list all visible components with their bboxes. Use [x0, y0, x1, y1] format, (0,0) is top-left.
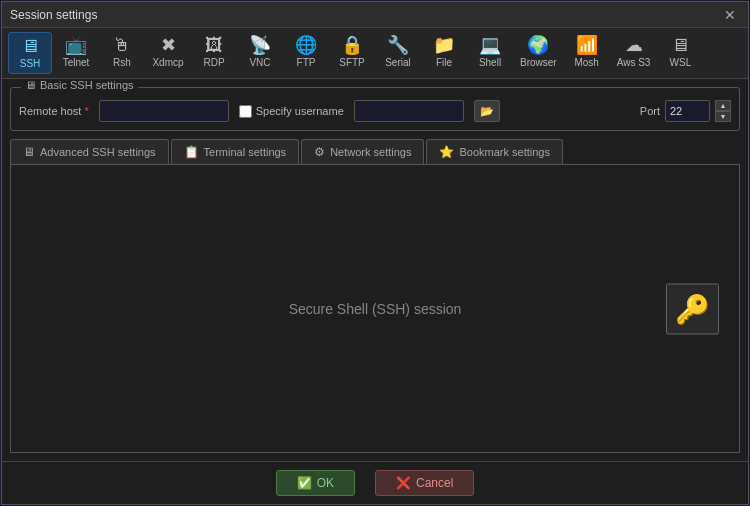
xdmcp-label: Xdmcp: [152, 57, 183, 68]
protocol-rdp[interactable]: 🖼 RDP: [192, 32, 236, 74]
protocol-file[interactable]: 📁 File: [422, 32, 466, 74]
serial-label: Serial: [385, 57, 411, 68]
protocol-xdmcp[interactable]: ✖ Xdmcp: [146, 32, 190, 74]
vnc-icon: 📡: [249, 36, 271, 54]
advanced-ssh-tab-label: Advanced SSH settings: [40, 146, 156, 158]
protocol-serial[interactable]: 🔧 Serial: [376, 32, 420, 74]
ftp-icon: 🌐: [295, 36, 317, 54]
tab-terminal[interactable]: 📋 Terminal settings: [171, 139, 300, 164]
cancel-icon: ❌: [396, 476, 411, 490]
remote-host-input[interactable]: [99, 100, 229, 122]
rdp-icon: 🖼: [205, 36, 223, 54]
cancel-label: Cancel: [416, 476, 453, 490]
ok-icon: ✅: [297, 476, 312, 490]
ftp-label: FTP: [297, 57, 316, 68]
specify-username-checkbox[interactable]: [239, 105, 252, 118]
basic-settings-row: Remote host * Specify username 📂 Port ▲ …: [19, 96, 731, 122]
sftp-icon: 🔒: [341, 36, 363, 54]
dialog-title: Session settings: [10, 8, 97, 22]
port-decrement-button[interactable]: ▼: [715, 111, 731, 122]
bookmark-tab-icon: ⭐: [439, 145, 454, 159]
remote-host-label: Remote host *: [19, 105, 89, 117]
protocol-browser[interactable]: 🌍 Browser: [514, 32, 563, 74]
aws-s3-label: Aws S3: [617, 57, 651, 68]
protocol-rsh[interactable]: 🖱 Rsh: [100, 32, 144, 74]
specify-username-checkbox-label[interactable]: Specify username: [239, 105, 344, 118]
tabs-bar: 🖥 Advanced SSH settings 📋 Terminal setti…: [10, 139, 740, 165]
network-tab-icon: ⚙: [314, 145, 325, 159]
ssh-icon: 🖥: [21, 37, 39, 55]
protocol-wsl[interactable]: 🖥 WSL: [658, 32, 702, 74]
serial-icon: 🔧: [387, 36, 409, 54]
title-bar: Session settings ✕: [2, 2, 748, 28]
browser-label: Browser: [520, 57, 557, 68]
bookmark-tab-label: Bookmark settings: [459, 146, 549, 158]
protocol-vnc[interactable]: 📡 VNC: [238, 32, 282, 74]
sftp-label: SFTP: [339, 57, 365, 68]
port-spinner: ▲ ▼: [715, 100, 731, 122]
advanced-ssh-tab-icon: 🖥: [23, 145, 35, 159]
mosh-label: Mosh: [574, 57, 598, 68]
network-tab-label: Network settings: [330, 146, 411, 158]
protocol-bar: 🖥 SSH 📺 Telnet 🖱 Rsh ✖ Xdmcp 🖼 RDP 📡 VNC…: [2, 28, 748, 79]
file-icon: 📁: [433, 36, 455, 54]
basic-ssh-icon: 🖥: [25, 79, 36, 91]
port-group: Port ▲ ▼: [640, 100, 731, 122]
wsl-icon: 🖥: [671, 36, 689, 54]
protocol-telnet[interactable]: 📺 Telnet: [54, 32, 98, 74]
tab-content-area: Secure Shell (SSH) session 🔑: [10, 165, 740, 453]
shell-label: Shell: [479, 57, 501, 68]
telnet-icon: 📺: [65, 36, 87, 54]
ok-label: OK: [317, 476, 334, 490]
telnet-label: Telnet: [63, 57, 90, 68]
terminal-tab-icon: 📋: [184, 145, 199, 159]
protocol-sftp[interactable]: 🔒 SFTP: [330, 32, 374, 74]
ssh-label: SSH: [20, 58, 41, 69]
vnc-label: VNC: [249, 57, 270, 68]
rsh-label: Rsh: [113, 57, 131, 68]
protocol-ssh[interactable]: 🖥 SSH: [8, 32, 52, 74]
key-icon-box: 🔑: [666, 283, 719, 334]
basic-ssh-group-title: 🖥 Basic SSH settings: [21, 79, 138, 91]
protocol-ftp[interactable]: 🌐 FTP: [284, 32, 328, 74]
content-area: 🖥 Basic SSH settings Remote host * Speci…: [2, 79, 748, 461]
protocol-mosh[interactable]: 📶 Mosh: [565, 32, 609, 74]
rsh-icon: 🖱: [113, 36, 131, 54]
file-label: File: [436, 57, 452, 68]
bottom-bar: ✅ OK ❌ Cancel: [2, 461, 748, 504]
protocol-shell[interactable]: 💻 Shell: [468, 32, 512, 74]
close-button[interactable]: ✕: [720, 7, 740, 23]
tab-advanced-ssh[interactable]: 🖥 Advanced SSH settings: [10, 139, 169, 164]
port-label: Port: [640, 105, 660, 117]
tab-bookmark[interactable]: ⭐ Bookmark settings: [426, 139, 562, 164]
browse-button[interactable]: 📂: [474, 100, 500, 122]
aws-s3-icon: ☁: [625, 36, 643, 54]
rdp-label: RDP: [203, 57, 224, 68]
tab-network[interactable]: ⚙ Network settings: [301, 139, 424, 164]
terminal-tab-label: Terminal settings: [204, 146, 287, 158]
port-input[interactable]: [665, 100, 710, 122]
basic-ssh-group: 🖥 Basic SSH settings Remote host * Speci…: [10, 87, 740, 131]
session-settings-dialog: Session settings ✕ 🖥 SSH 📺 Telnet 🖱 Rsh …: [1, 1, 749, 505]
xdmcp-icon: ✖: [161, 36, 176, 54]
ok-button[interactable]: ✅ OK: [276, 470, 355, 496]
shell-icon: 💻: [479, 36, 501, 54]
tab-section: 🖥 Advanced SSH settings 📋 Terminal setti…: [10, 139, 740, 453]
browser-icon: 🌍: [527, 36, 549, 54]
required-star: *: [84, 105, 88, 117]
cancel-button[interactable]: ❌ Cancel: [375, 470, 474, 496]
specify-username-label: Specify username: [256, 105, 344, 117]
port-increment-button[interactable]: ▲: [715, 100, 731, 111]
mosh-icon: 📶: [576, 36, 598, 54]
username-input[interactable]: [354, 100, 464, 122]
key-icon: 🔑: [675, 293, 710, 324]
session-label: Secure Shell (SSH) session: [289, 301, 462, 317]
wsl-label: WSL: [670, 57, 692, 68]
protocol-aws-s3[interactable]: ☁ Aws S3: [611, 32, 657, 74]
